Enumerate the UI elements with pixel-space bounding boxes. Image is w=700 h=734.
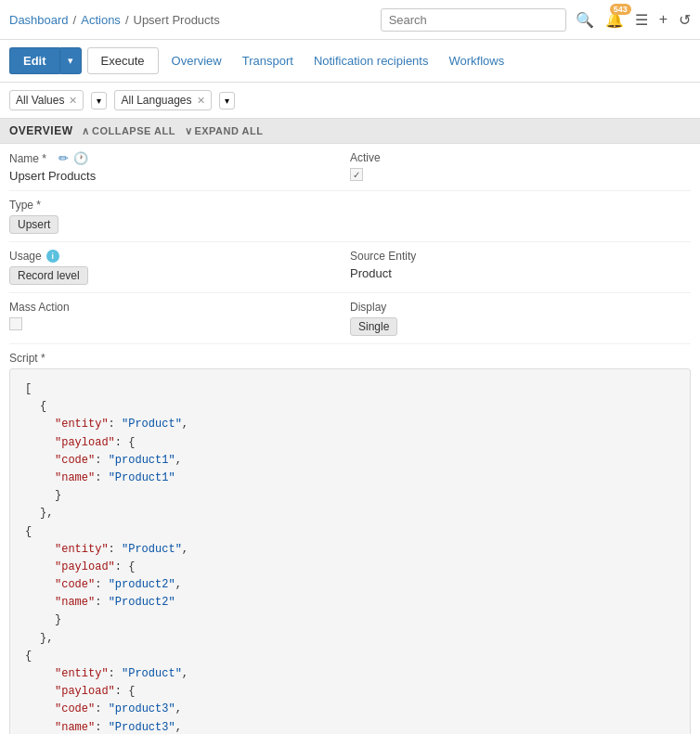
usage-source-row: Usage i Record level Source Entity Produ… [9,242,691,293]
usage-label: Usage i [9,250,350,263]
edit-name-icon[interactable]: ✏ [58,151,69,165]
source-entity-value: Product [350,266,691,280]
name-value: Upsert Products [9,169,350,183]
all-values-caret[interactable]: ▾ [91,92,107,109]
type-label: Type * [9,199,691,212]
active-label: Active [350,151,691,164]
section-header: OVERVIEW ∧ Collapse All ∨ Expand All [0,119,700,144]
all-languages-label: All Languages [121,94,191,107]
display-value: Single [350,317,691,336]
name-field: Name * ✏ 🕐 Upsert Products [9,151,350,183]
search-input[interactable] [381,8,566,32]
overview-section-label: OVERVIEW [9,124,72,137]
mass-action-checkbox[interactable] [9,317,22,330]
script-section: Script * [ { "entity": "Product", "paylo… [0,352,700,734]
history-icon[interactable]: ↺ [679,11,691,29]
display-field: Display Single [350,301,691,336]
all-values-remove[interactable]: ✕ [69,95,77,107]
mass-action-field: Mass Action [9,301,350,330]
name-label: Name * ✏ 🕐 [9,151,350,165]
expand-all-link[interactable]: ∨ Expand All [185,125,264,137]
type-value: Upsert [9,215,691,234]
workflows-button[interactable]: Workflows [441,48,512,73]
source-entity-field: Source Entity Product [350,250,691,280]
breadcrumb: Dashboard / Actions / Upsert Products [9,13,381,27]
search-icon[interactable]: 🔍 [576,11,594,29]
filter-bar: All Values ✕ ▾ All Languages ✕ ▾ [0,83,700,119]
mass-action-label: Mass Action [9,301,350,314]
top-icons: 🔍 🔔 543 ☰ + ↺ [576,11,691,29]
usage-field: Usage i Record level [9,250,350,285]
overview-button[interactable]: Overview [164,48,229,73]
collapse-all-link[interactable]: ∧ Collapse All [82,125,175,137]
type-tag: Upsert [9,215,58,234]
name-active-row: Name * ✏ 🕐 Upsert Products Active ✓ [9,144,691,191]
source-entity-label: Source Entity [350,250,691,263]
usage-info-icon[interactable]: i [46,250,59,263]
edit-button[interactable]: Edit [9,47,59,74]
type-field: Type * Upsert [9,199,691,234]
all-languages-filter[interactable]: All Languages ✕ [114,90,211,110]
all-values-label: All Values [16,94,64,107]
breadcrumb-actions[interactable]: Actions [81,13,121,27]
script-editor[interactable]: [ { "entity": "Product", "payload": { "c… [9,368,691,734]
type-row: Type * Upsert [9,191,691,242]
active-field: Active ✓ [350,151,691,181]
breadcrumb-current: Upsert Products [134,13,220,27]
notification-badge: 543 [610,4,631,15]
clock-name-icon[interactable]: 🕐 [73,151,88,165]
notification-button[interactable]: Notification recipients [306,48,436,73]
all-languages-caret[interactable]: ▾ [219,92,235,109]
toolbar: Edit ▾ Execute Overview Transport Notifi… [0,40,700,83]
add-icon[interactable]: + [659,11,668,28]
top-bar: Dashboard / Actions / Upsert Products 🔍 … [0,0,700,40]
display-tag: Single [350,317,397,336]
execute-button[interactable]: Execute [87,47,159,74]
list-icon[interactable]: ☰ [635,11,648,29]
display-label: Display [350,301,691,314]
usage-tag: Record level [9,266,88,285]
all-values-filter[interactable]: All Values ✕ [9,90,84,110]
usage-value: Record level [9,266,350,285]
notification-icon-container: 🔔 543 [605,11,624,29]
transport-button[interactable]: Transport [235,48,301,73]
breadcrumb-dashboard[interactable]: Dashboard [9,13,69,27]
edit-caret-button[interactable]: ▾ [59,47,82,74]
edit-button-group: Edit ▾ [9,47,82,74]
mass-action-display-row: Mass Action Display Single [9,293,691,344]
all-languages-remove[interactable]: ✕ [197,95,205,107]
script-label: Script * [9,352,691,365]
active-checkbox[interactable]: ✓ [350,168,363,181]
content-area: Name * ✏ 🕐 Upsert Products Active ✓ Type… [0,144,700,344]
